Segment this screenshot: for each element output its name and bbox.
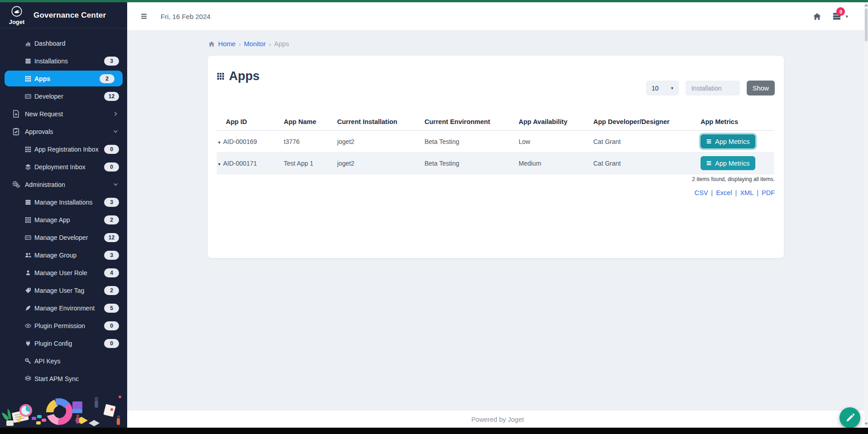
- export-excel-link[interactable]: Excel: [716, 189, 732, 196]
- sidebar-item-manage-installations[interactable]: Manage Installations 3: [0, 193, 127, 211]
- home-icon: [208, 41, 215, 48]
- inbox-count-badge: 0: [836, 7, 845, 16]
- sidebar-item-new-request[interactable]: New Request: [0, 105, 127, 123]
- table-row: ▾AID-000171 Test App 1 joget2 Beta Testi…: [217, 153, 774, 174]
- sidebar-item-manage-app[interactable]: Manage App 2: [0, 211, 127, 229]
- server-icon: [25, 58, 31, 64]
- scrollbar-up-arrow[interactable]: [864, 4, 868, 6]
- scrollbar-thumb[interactable]: [865, 9, 868, 41]
- table-row: ▾AID-000169 t3776 joget2 Beta Testing Lo…: [217, 131, 774, 153]
- sidebar-item-manage-user-role[interactable]: Manage User Role 4: [0, 264, 127, 281]
- sidebar-item-plugin-config[interactable]: Plugin Config 0: [0, 334, 127, 352]
- scrollbar-down-arrow[interactable]: [864, 423, 868, 425]
- users-icon: [25, 252, 31, 258]
- breadcrumb-monitor-link[interactable]: Monitor: [244, 40, 266, 48]
- app-name: Test App 1: [284, 153, 337, 174]
- app-availability: Low: [519, 131, 593, 153]
- user-icon: [25, 270, 31, 276]
- eye-icon: [25, 323, 31, 329]
- topbar: Fri, 16 Feb 2024 0 ▾: [127, 2, 868, 31]
- app-developer: Cat Grant: [593, 153, 701, 174]
- sidebar-item-installations[interactable]: Installations 3: [0, 52, 127, 70]
- grid-icon: [25, 217, 31, 223]
- plug-icon: [25, 340, 31, 347]
- show-button[interactable]: Show: [747, 81, 775, 95]
- app-developer: Cat Grant: [593, 131, 701, 153]
- current-environment: Beta Testing: [424, 131, 519, 153]
- edit-fab-button[interactable]: [839, 407, 860, 428]
- vertical-scrollbar[interactable]: [864, 2, 868, 428]
- list-controls: 10 ▾ Show: [646, 81, 775, 95]
- count-badge: 3: [104, 57, 119, 66]
- column-header-app-availability: App Availability: [519, 117, 593, 131]
- count-badge: 2: [104, 286, 119, 295]
- apps-table: App ID App Name Current Installation Cur…: [217, 117, 774, 174]
- pencil-icon: [845, 413, 855, 423]
- brand-header: Joget Governance Center: [0, 2, 127, 29]
- page-size-value: 10: [652, 85, 659, 92]
- export-links: CSV | Excel | XML | PDF: [695, 189, 775, 196]
- table-header-row: App ID App Name Current Installation Cur…: [217, 117, 774, 131]
- gears-icon: [12, 181, 20, 188]
- export-xml-link[interactable]: XML: [740, 189, 754, 196]
- caret-down-icon: ▾: [671, 86, 673, 91]
- installation-filter-input[interactable]: [686, 81, 740, 95]
- current-environment: Beta Testing: [424, 153, 519, 174]
- sidebar-item-dashboard[interactable]: Dashboard: [0, 34, 127, 52]
- logo-text: Joget: [9, 19, 25, 25]
- column-header-app-developer: App Developer/Designer: [593, 117, 701, 131]
- sidebar-item-app-registration-inbox[interactable]: App Registration Inbox 0: [0, 140, 127, 158]
- sidebar-item-administration[interactable]: Administration: [0, 176, 127, 193]
- list-icon: [706, 138, 712, 144]
- app-name: t3776: [284, 131, 337, 153]
- topbar-actions: 0 ▾: [813, 12, 868, 21]
- page-title: Apps: [229, 69, 260, 83]
- breadcrumb-separator: ›: [239, 41, 241, 48]
- sidebar-item-manage-developer[interactable]: Manage Developer 12: [0, 229, 127, 246]
- sidebar-item-api-keys[interactable]: API Keys: [0, 352, 127, 370]
- governance-center-screen: Joget Governance Center Dashboard Instal…: [0, 0, 868, 434]
- export-csv-link[interactable]: CSV: [695, 189, 708, 196]
- expand-row-icon[interactable]: ▾: [218, 162, 220, 167]
- sidebar-item-manage-user-tag[interactable]: Manage User Tag 2: [0, 281, 127, 299]
- sidebar-item-plugin-permission[interactable]: Plugin Permission 0: [0, 317, 127, 334]
- count-badge: 3: [104, 198, 119, 207]
- expand-row-icon[interactable]: ▾: [218, 140, 220, 145]
- sidebar-item-start-apm-sync[interactable]: Start APM Sync: [0, 370, 127, 387]
- page-size-select[interactable]: 10 ▾: [646, 81, 679, 95]
- column-header-app-metrics: App Metrics: [701, 117, 774, 131]
- caret-down-icon: ▾: [845, 14, 848, 19]
- layers-icon: [25, 164, 31, 170]
- current-installation: joget2: [337, 153, 424, 174]
- home-icon[interactable]: [813, 12, 821, 21]
- sidebar-item-approvals[interactable]: Approvals: [0, 123, 127, 140]
- sidebar-item-apps[interactable]: Apps 2: [5, 71, 123, 86]
- footer-text: Powered by Joget: [471, 416, 524, 423]
- clipboard-check-icon: [12, 128, 20, 135]
- column-header-current-installation: Current Installation: [337, 117, 424, 131]
- sidebar-item-manage-environment[interactable]: Manage Environment 5: [0, 299, 127, 317]
- column-header-app-id: App ID: [217, 117, 284, 131]
- export-pdf-link[interactable]: PDF: [762, 189, 775, 196]
- count-badge: 12: [104, 92, 119, 101]
- count-badge: 5: [104, 304, 119, 313]
- sidebar-item-manage-group[interactable]: Manage Group 3: [0, 246, 127, 264]
- menu-icon[interactable]: [139, 13, 149, 20]
- breadcrumb: Home › Monitor › Apps: [208, 40, 289, 48]
- breadcrumb-current: Apps: [274, 40, 289, 48]
- chart-bar-icon: [25, 40, 31, 47]
- list-icon: [706, 160, 712, 166]
- breadcrumb-home-link[interactable]: Home: [218, 40, 236, 48]
- id-card-icon: [25, 93, 31, 100]
- sidebar-item-developer[interactable]: Developer 12: [0, 87, 127, 105]
- joget-logo: Joget: [5, 5, 29, 25]
- tag-icon: [25, 287, 31, 294]
- app-metrics-button[interactable]: App Metrics: [701, 134, 755, 148]
- top-accent-bar: [0, 0, 868, 2]
- column-header-current-environment: Current Environment: [424, 117, 519, 131]
- count-badge: 0: [104, 321, 119, 330]
- app-metrics-button[interactable]: App Metrics: [701, 156, 755, 170]
- inbox-menu-button[interactable]: 0 ▾: [832, 12, 848, 21]
- sidebar-item-deployment-inbox[interactable]: Deployment Inbox 0: [0, 158, 127, 176]
- grid-icon: [25, 76, 31, 82]
